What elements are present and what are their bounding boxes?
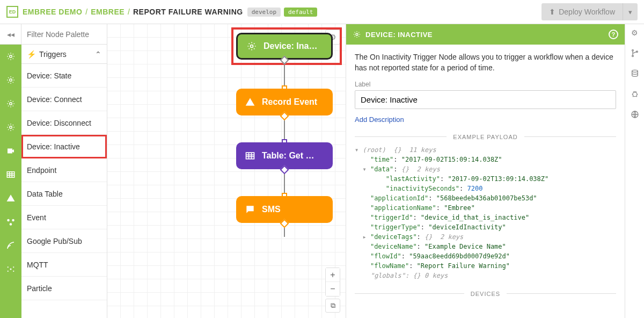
rail-endpoint-icon[interactable]	[0, 139, 21, 163]
globe-icon[interactable]	[630, 109, 640, 120]
example-payload-divider: EXAMPLE PAYLOAD	[355, 132, 616, 141]
node-label: SMS	[262, 205, 281, 214]
topbar: ED EMBREE DEMO / EMBREE / REPORT FAILURE…	[0, 0, 644, 24]
node-label: Record Event	[262, 97, 317, 107]
triggers-label: Triggers	[39, 50, 67, 59]
collapse-palette-button[interactable]: ◂◂	[0, 24, 21, 45]
deploy-group: ⬆ Deploy Workflow ▾	[541, 3, 638, 20]
rail-event-icon[interactable]	[0, 186, 21, 210]
svg-point-16	[632, 49, 633, 51]
workflow-canvas[interactable]: ⚙ + − ⧉ Device: Ina… Record Event	[107, 24, 346, 318]
svg-point-8	[10, 269, 12, 270]
svg-point-7	[10, 223, 12, 226]
svg-point-1	[10, 79, 12, 82]
breadcrumb-sep: /	[85, 8, 87, 16]
palette-item-device-state[interactable]: Device: State	[21, 64, 107, 88]
node-label: Table: Get …	[262, 151, 314, 161]
app-logo: ED	[6, 6, 18, 18]
rail-trigger-icon[interactable]	[0, 45, 21, 68]
database-icon[interactable]	[630, 68, 640, 79]
fit-view-button[interactable]: ⧉	[325, 299, 340, 313]
svg-point-10	[13, 266, 14, 268]
palette-item-google-pubsub[interactable]: Google Pub/Sub	[21, 229, 107, 253]
table-icon	[245, 150, 255, 161]
svg-point-11	[8, 271, 9, 272]
palette-item-event[interactable]: Event	[21, 206, 107, 229]
deploy-button[interactable]: ⬆ Deploy Workflow	[541, 3, 623, 20]
zoom-in-button[interactable]: +	[326, 268, 340, 282]
rail-trigger-icon[interactable]	[0, 115, 21, 139]
bolt-icon: ⚡	[27, 50, 36, 59]
default-chip: default	[284, 8, 317, 17]
breadcrumb-org[interactable]: EMBREE DEMO	[23, 8, 82, 16]
svg-point-12	[13, 271, 14, 272]
caret-down-icon: ▾	[628, 8, 632, 16]
gear-icon	[246, 41, 257, 52]
branch-icon[interactable]	[630, 48, 640, 59]
upload-icon: ⬆	[549, 8, 555, 16]
chevron-up-icon: ⌃	[95, 50, 101, 59]
devices-label: DEVICES	[464, 291, 507, 297]
palette-item-endpoint[interactable]: Endpoint	[21, 158, 107, 182]
rail-trigger-icon[interactable]	[0, 92, 21, 115]
add-description-link[interactable]: Add Description	[355, 115, 616, 124]
palette-item-data-table[interactable]: Data Table	[21, 182, 107, 206]
svg-rect-14	[246, 153, 254, 159]
inspector-panel: DEVICE: INACTIVE ? The On Inactivity Tri…	[346, 24, 625, 318]
rail-trigger-icon[interactable]	[0, 68, 21, 92]
right-rail: ⚙	[625, 24, 644, 318]
breadcrumb-app[interactable]: EMBREE	[91, 8, 125, 16]
label-input[interactable]	[355, 90, 616, 109]
node-palette: ⚡ Triggers ⌃ Device: State Device: Conne…	[21, 24, 107, 318]
svg-point-6	[12, 219, 14, 222]
help-icon[interactable]: ?	[609, 30, 618, 39]
inspector-title: DEVICE: INACTIVE	[365, 31, 433, 39]
palette-item-device-inactive[interactable]: Device: Inactive	[21, 135, 107, 158]
svg-point-0	[10, 55, 12, 58]
svg-point-5	[7, 219, 10, 222]
zoom-out-button[interactable]: −	[326, 282, 340, 296]
svg-point-19	[632, 70, 638, 72]
svg-point-3	[10, 126, 12, 129]
icon-rail: ◂◂	[0, 24, 21, 318]
palette-item-device-disconnect[interactable]: Device: Disconnect	[21, 111, 107, 135]
node-label: Device: Ina…	[264, 41, 317, 51]
rail-table-icon[interactable]	[0, 163, 21, 186]
label-field-label: Label	[355, 81, 616, 88]
palette-filter-input[interactable]	[21, 24, 107, 45]
rail-particle-icon[interactable]	[0, 257, 21, 281]
svg-rect-4	[7, 172, 14, 178]
breadcrumb-workflow: REPORT FAILURE WARNING	[133, 8, 243, 16]
example-payload-json: ▾ (root) {} 11 keys "time": "2017-09-02T…	[355, 145, 616, 280]
branch-chip[interactable]: develop	[247, 8, 281, 17]
example-payload-label: EXAMPLE PAYLOAD	[447, 134, 524, 140]
gear-icon[interactable]: ⚙	[630, 27, 640, 38]
gear-icon	[353, 30, 361, 39]
warn-triangle-icon	[245, 97, 255, 107]
chat-icon	[245, 204, 255, 215]
devices-divider: DEVICES	[355, 289, 616, 298]
svg-point-20	[633, 92, 637, 97]
svg-point-15	[356, 33, 358, 35]
zoom-controls: + −	[325, 268, 340, 297]
bug-icon[interactable]	[630, 89, 640, 99]
palette-item-device-connect[interactable]: Device: Connect	[21, 88, 107, 111]
rail-mqtt-icon[interactable]	[0, 234, 21, 257]
svg-point-2	[10, 103, 12, 105]
inspector-description: The On Inactivity Trigger Node allows yo…	[355, 52, 616, 73]
svg-point-9	[8, 266, 9, 268]
inspector-header: DEVICE: INACTIVE ?	[346, 24, 625, 45]
palette-item-particle[interactable]: Particle	[21, 277, 107, 300]
deploy-caret-button[interactable]: ▾	[623, 3, 638, 20]
breadcrumb-sep: /	[128, 8, 130, 16]
svg-point-17	[632, 55, 633, 57]
chevron-left-icon: ◂◂	[7, 30, 14, 39]
palette-item-mqtt[interactable]: MQTT	[21, 253, 107, 277]
deploy-label: Deploy Workflow	[559, 8, 615, 16]
triggers-section-header[interactable]: ⚡ Triggers ⌃	[21, 45, 107, 64]
rail-pubsub-icon[interactable]	[0, 210, 21, 234]
svg-point-13	[251, 45, 253, 48]
